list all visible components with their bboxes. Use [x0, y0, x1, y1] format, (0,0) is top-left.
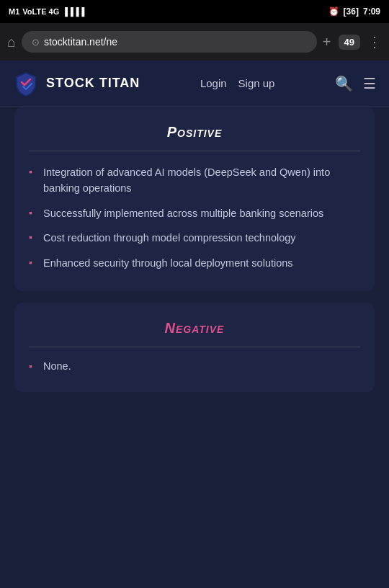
- tab-count-badge[interactable]: 49: [339, 35, 360, 50]
- list-item: Enhanced security through local deployme…: [29, 255, 360, 271]
- carrier-text: M1: [9, 7, 19, 16]
- negative-divider: [29, 347, 360, 347]
- home-icon[interactable]: ⌂: [7, 34, 16, 50]
- login-link[interactable]: Login: [200, 77, 227, 89]
- address-bar[interactable]: ⊙ stocktitan.net/ne: [22, 31, 317, 53]
- network-text: VoLTE 4G: [22, 7, 59, 16]
- status-bar: M1 VoLTE 4G ▐▐▐▐ ⏰ [36] 7:09: [0, 0, 389, 23]
- positive-bullet-list: Integration of advanced AI models (DeepS…: [29, 164, 360, 271]
- status-right: ⏰ [36] 7:09: [328, 6, 380, 17]
- list-item: Successfully implemented across multiple…: [29, 205, 360, 221]
- alarm-icon: ⏰: [328, 6, 339, 17]
- list-item: Integration of advanced AI models (DeepS…: [29, 164, 360, 197]
- menu-icon[interactable]: ☰: [363, 75, 376, 92]
- add-tab-button[interactable]: +: [323, 34, 331, 50]
- browser-actions: + 49 ⋮: [323, 33, 382, 50]
- search-icon[interactable]: 🔍: [335, 75, 353, 92]
- positive-title: Positive: [29, 124, 360, 141]
- battery-text: [36]: [344, 6, 359, 17]
- nav-icons: 🔍 ☰: [335, 75, 376, 92]
- time-text: 7:09: [363, 6, 380, 17]
- more-options-button[interactable]: ⋮: [367, 33, 382, 50]
- url-text: stocktitan.net/ne: [44, 36, 117, 48]
- list-item: Cost reduction through model compression…: [29, 230, 360, 246]
- nav-links: Login Sign up: [200, 77, 275, 89]
- positive-section: Positive Integration of advanced AI mode…: [14, 107, 375, 291]
- status-left: M1 VoLTE 4G ▐▐▐▐: [9, 7, 84, 16]
- signup-link[interactable]: Sign up: [238, 77, 275, 89]
- negative-section: Negative None.: [14, 303, 375, 392]
- negative-none-text: None.: [29, 360, 360, 372]
- main-content: Positive Integration of advanced AI mode…: [0, 107, 389, 418]
- signal-icon: ▐▐▐▐: [62, 7, 84, 16]
- nav-bar: STOCK TITAN Login Sign up 🔍 ☰: [0, 61, 389, 107]
- browser-chrome: ⌂ ⊙ stocktitan.net/ne + 49 ⋮: [0, 23, 389, 61]
- site-logo[interactable]: STOCK TITAN: [13, 71, 140, 97]
- logo-icon: [13, 71, 39, 97]
- negative-title: Negative: [29, 320, 360, 337]
- positive-divider: [29, 151, 360, 151]
- site-security-icon: ⊙: [32, 37, 40, 48]
- logo-text: STOCK TITAN: [46, 76, 140, 91]
